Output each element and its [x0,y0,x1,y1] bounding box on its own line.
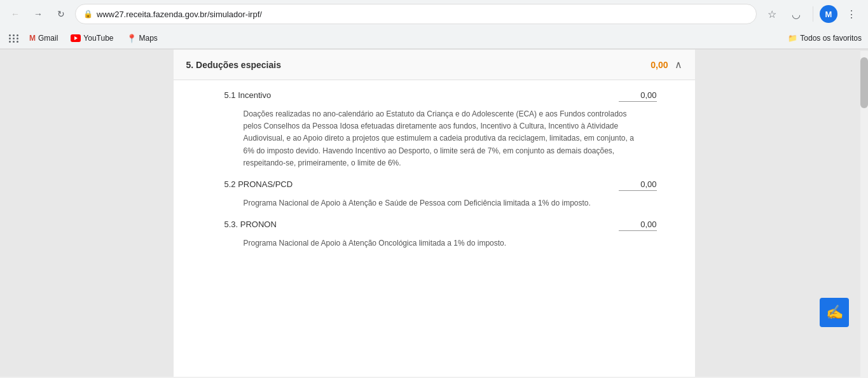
youtube-icon [71,34,81,42]
field-row-5-1: 5.1 Incentivo 0,00 [174,80,695,102]
field-value-5-2[interactable]: 0,00 [619,179,657,191]
description-text-5-2: Programa Nacional de Apoio à Atenção e S… [244,199,591,207]
page-scrollbar[interactable] [860,51,868,377]
section-total-value: 0,00 [651,60,668,70]
page-wrapper: 5. Deduções especiais 0,00 ∧ 5.1 Incenti… [174,50,695,377]
forward-button[interactable]: → [29,5,47,23]
description-5-2: Programa Nacional de Apoio à Atenção e S… [174,191,695,209]
address-bar[interactable]: 🔒 [75,4,757,24]
apps-grid-icon [9,34,19,43]
field-label-5-1: 5.1 Incentivo [224,90,606,100]
description-text-5-1: Doações realizadas no ano-calendário ao … [244,109,634,167]
accessibility-button[interactable]: ✍ [820,298,849,327]
menu-button[interactable]: ⋮ [841,4,862,24]
bookmark-maps-label: Maps [139,34,158,43]
field-value-wrap-5-2: 0,00 [606,179,657,191]
description-5-3: Programa Nacional de Apoio à Atenção Onc… [174,231,695,249]
bookmark-star-button[interactable]: ☆ [762,4,782,24]
url-input[interactable] [97,10,748,19]
field-value-5-3[interactable]: 0,00 [619,220,657,231]
field-row-5-2: 5.2 PRONAS/PCD 0,00 [174,169,695,191]
apps-button[interactable] [6,31,22,46]
section-5-header: 5. Deduções especiais 0,00 ∧ [174,50,695,80]
section-header-right: 0,00 ∧ [651,59,682,71]
field-row-5-3: 5.3. PRONON 0,00 [174,209,695,231]
toolbar-divider [813,6,813,22]
description-text-5-3: Programa Nacional de Apoio à Atenção Onc… [244,239,507,248]
maps-icon: 📍 [127,34,137,43]
page-content: 5. Deduções especiais 0,00 ∧ 5.1 Incenti… [0,50,868,377]
field-label-5-2: 5.2 PRONAS/PCD [224,179,606,189]
section-body: 5.1 Incentivo 0,00 Doações realizadas no… [174,80,695,262]
bookmarks-bar: M Gmail YouTube 📍 Maps 📁 Todos os favori… [0,28,868,49]
accessibility-icon: ✍ [826,304,843,321]
section-title: 5. Deduções especiais [186,60,281,70]
bookmark-gmail[interactable]: M Gmail [24,32,63,45]
bookmark-youtube-label: YouTube [83,34,113,43]
browser-chrome: ← → ↻ 🔒 ☆ ◡ M ⋮ M Gmail You [0,0,868,50]
toolbar-right: ☆ ◡ M ⋮ [762,4,862,24]
reload-button[interactable]: ↻ [52,5,70,23]
bookmark-gmail-label: Gmail [38,34,58,43]
gmail-icon: M [29,34,36,43]
profile-button[interactable]: M [820,5,837,23]
field-label-5-3: 5.3. PRONON [224,220,606,229]
back-button[interactable]: ← [6,5,24,23]
all-favorites-label: Todos os favoritos [800,34,862,43]
field-value-wrap-5-3: 0,00 [606,220,657,231]
lock-icon: 🔒 [83,10,93,18]
browser-toolbar: ← → ↻ 🔒 ☆ ◡ M ⋮ [0,0,868,28]
bookmark-youtube[interactable]: YouTube [65,32,118,45]
bookmark-maps[interactable]: 📍 Maps [121,32,163,45]
description-5-1: Doações realizadas no ano-calendário ao … [174,102,695,169]
collapse-button[interactable]: ∧ [675,59,682,71]
field-value-5-1[interactable]: 0,00 [619,90,657,102]
scrollbar-thumb[interactable] [860,57,868,108]
folder-icon: 📁 [788,34,797,43]
bookmarks-right: 📁 Todos os favoritos [788,34,862,43]
field-value-wrap-5-1: 0,00 [606,90,657,102]
extensions-button[interactable]: ◡ [786,4,806,24]
